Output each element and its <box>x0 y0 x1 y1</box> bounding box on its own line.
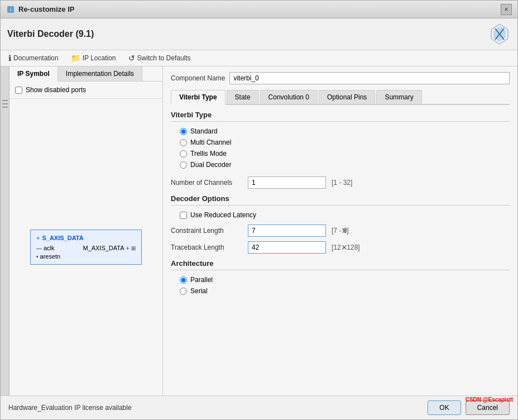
port-left-aresetn: • aresetn <box>36 253 60 260</box>
connector-icon: ⊞ <box>131 245 136 251</box>
ok-button[interactable]: OK <box>428 400 461 415</box>
folder-icon: 📁 <box>71 54 80 63</box>
radio-dual-decoder[interactable]: Dual Decoder <box>180 161 510 169</box>
parallel-label: Parallel <box>190 276 213 284</box>
license-text: Hardware_Evaluation IP license available <box>8 404 132 412</box>
traceback-length-row: Traceback Length ✕ [12 - 128] <box>171 241 510 254</box>
radio-parallel-input[interactable] <box>180 276 187 284</box>
radio-serial[interactable]: Serial <box>180 287 510 295</box>
footer: Hardware_Evaluation IP license available… <box>1 395 517 419</box>
dual-decoder-label: Dual Decoder <box>190 161 231 169</box>
ip-ports: — aclk M_AXIS_DATA + ⊞ • <box>36 245 136 260</box>
sidebar-tick <box>2 100 8 101</box>
s-axis-data-label: S_AXIS_DATA <box>42 235 83 241</box>
viterbi-type-section-title: Viterbi Type <box>171 111 510 122</box>
main-dialog: i Re-customize IP × Viterbi Decoder (9.1… <box>0 0 518 420</box>
use-reduced-latency-checkbox[interactable] <box>180 212 187 219</box>
tab-convolution-0[interactable]: Convolution 0 <box>260 90 318 104</box>
constraint-length-row: Constraint Length ✕ [7 - 9] <box>171 225 510 237</box>
tab-summary[interactable]: Summary <box>376 90 421 104</box>
num-channels-label: Number of Channels <box>171 179 243 187</box>
tab-state[interactable]: State <box>227 90 259 104</box>
title-bar-left: i Re-customize IP <box>6 5 74 14</box>
viterbi-type-radio-group: Standard Multi Channel Trellis Mode Dual… <box>180 127 510 169</box>
m-axis-data-label: M_AXIS_DATA <box>83 245 124 251</box>
port-right: M_AXIS_DATA + ⊞ <box>83 245 136 251</box>
port-left: — aclk <box>36 245 55 251</box>
traceback-length-input[interactable] <box>248 242 339 253</box>
radio-multi-channel[interactable]: Multi Channel <box>180 139 510 146</box>
port-row-aresetn: • aresetn <box>36 253 136 260</box>
refresh-icon: ↺ <box>128 54 135 63</box>
ip-location-label: IP Location <box>83 54 116 62</box>
constraint-length-range: [7 - 9] <box>332 227 349 235</box>
add-ports-icon: + <box>36 235 40 241</box>
use-reduced-latency-label[interactable]: Use Reduced Latency <box>190 211 256 219</box>
radio-multi-channel-input[interactable] <box>180 139 187 146</box>
aresetn-port-label: aresetn <box>40 253 61 260</box>
traceback-length-range: [12 - 128] <box>332 244 360 251</box>
radio-trellis-mode[interactable]: Trellis Mode <box>180 150 510 157</box>
use-reduced-latency-row: Use Reduced Latency <box>180 211 510 219</box>
left-panel: IP Symbol Implementation Details Show di… <box>9 66 163 395</box>
minus-icon: — <box>36 245 42 251</box>
symbol-area: + S_AXIS_DATA — aclk M_AXIS_DATA + <box>9 99 162 395</box>
architecture-section-title: Architecture <box>171 259 510 270</box>
sidebar-tick <box>2 107 8 108</box>
show-disabled-label[interactable]: Show disabled ports <box>26 86 86 94</box>
radio-standard-input[interactable] <box>180 128 187 135</box>
component-name-row: Component Name <box>171 72 510 84</box>
svg-text:i: i <box>10 7 11 12</box>
switch-defaults-button[interactable]: ↺ Switch to Defaults <box>126 52 193 64</box>
constraint-length-input-wrapper: ✕ <box>248 225 326 237</box>
aclk-port-label: aclk <box>44 245 55 251</box>
switch-defaults-label: Switch to Defaults <box>137 54 191 62</box>
sidebar-tick <box>2 103 8 104</box>
architecture-radio-group: Parallel Serial <box>180 276 510 295</box>
traceback-length-input-wrapper: ✕ <box>248 241 326 254</box>
constraint-length-input[interactable] <box>248 225 339 236</box>
decoder-options-title: Decoder Options <box>171 194 510 206</box>
documentation-button[interactable]: ℹ Documentation <box>6 52 61 64</box>
info-icon: ℹ <box>8 54 11 63</box>
tab-optional-pins[interactable]: Optional Pins <box>319 90 375 104</box>
constraint-length-label: Constraint Length <box>171 227 243 235</box>
toolbar: ℹ Documentation 📁 IP Location ↺ Switch t… <box>1 50 517 66</box>
documentation-label: Documentation <box>13 54 59 62</box>
architecture-section: Architecture Parallel Serial <box>171 259 510 295</box>
left-tabs: IP Symbol Implementation Details <box>9 66 162 82</box>
dialog-icon: i <box>6 5 15 14</box>
radio-dual-decoder-input[interactable] <box>180 161 187 169</box>
component-name-label: Component Name <box>171 74 225 82</box>
ip-symbol-header: + S_AXIS_DATA <box>36 235 136 241</box>
tab-viterbi-type[interactable]: Viterbi Type <box>171 90 226 105</box>
radio-parallel[interactable]: Parallel <box>180 276 510 284</box>
m-axis-data-add-icon[interactable]: + <box>126 245 130 251</box>
decoder-options-section: Decoder Options Use Reduced Latency Cons… <box>171 194 510 254</box>
radio-trellis-mode-input[interactable] <box>180 150 187 157</box>
radio-standard[interactable]: Standard <box>180 127 510 135</box>
content-area: IP Symbol Implementation Details Show di… <box>1 66 517 395</box>
tabs-bar: Viterbi Type State Convolution 0 Optiona… <box>171 90 510 105</box>
tab-ip-symbol[interactable]: IP Symbol <box>9 66 58 82</box>
ip-symbol-box: + S_AXIS_DATA — aclk M_AXIS_DATA + <box>30 230 142 265</box>
dialog-title: Re-customize IP <box>18 5 74 13</box>
show-disabled-checkbox[interactable] <box>15 87 22 94</box>
ip-location-button[interactable]: 📁 IP Location <box>69 52 118 64</box>
close-button[interactable]: × <box>501 4 512 15</box>
standard-label: Standard <box>190 127 218 135</box>
tab-implementation-details[interactable]: Implementation Details <box>58 66 142 81</box>
num-channels-range: [1 - 32] <box>332 179 352 187</box>
header-section: Viterbi Decoder (9.1) <box>1 18 517 50</box>
serial-label: Serial <box>190 287 208 295</box>
num-channels-input[interactable] <box>248 176 326 189</box>
xilinx-logo <box>488 23 511 45</box>
title-bar: i Re-customize IP × <box>1 1 517 18</box>
trellis-mode-label: Trellis Mode <box>190 150 227 157</box>
watermark: CSDN @Escapistt <box>466 397 513 403</box>
dot-icon: • <box>36 254 39 260</box>
port-row-aclk: — aclk M_AXIS_DATA + ⊞ <box>36 245 136 251</box>
tab-content: Viterbi Type Standard Multi Channel Trel… <box>171 111 510 390</box>
component-name-input[interactable] <box>229 72 510 84</box>
radio-serial-input[interactable] <box>180 288 187 295</box>
